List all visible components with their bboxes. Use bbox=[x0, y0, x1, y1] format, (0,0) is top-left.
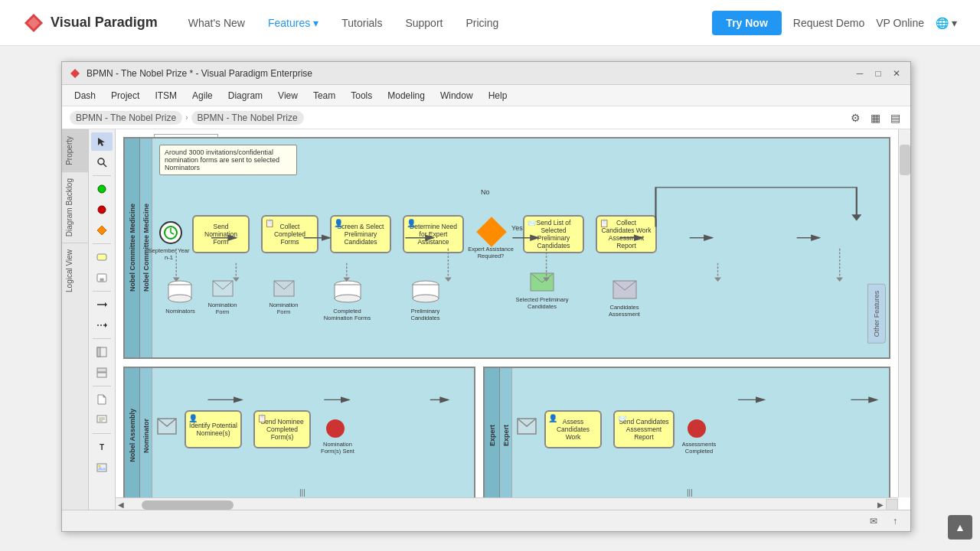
lower-left-start[interactable] bbox=[157, 418, 177, 435]
breadcrumb-icon-1[interactable]: ⚙ bbox=[848, 110, 863, 126]
tool-sequence[interactable] bbox=[91, 295, 113, 314]
sidebar-tab-logical[interactable]: Logical View bbox=[62, 243, 88, 298]
scroll-thumb-v[interactable] bbox=[900, 145, 910, 175]
svg-rect-21 bbox=[97, 373, 106, 377]
tool-cursor[interactable] bbox=[91, 132, 113, 151]
pool-lower-left-label: Nobel Assembly bbox=[125, 368, 140, 497]
nav-pricing[interactable]: Pricing bbox=[466, 17, 498, 29]
tool-gateway[interactable] bbox=[91, 221, 113, 240]
task-send-list[interactable]: 📨 Send List of Selected Preliminary Cand… bbox=[523, 215, 584, 253]
menu-help[interactable]: Help bbox=[482, 88, 514, 103]
scroll-to-top-button[interactable]: ▲ bbox=[948, 515, 972, 540]
task-collect-work[interactable]: 📋 Collect Candidates Work Assessment Rep… bbox=[596, 215, 657, 253]
other-features-panel[interactable]: Other Features bbox=[867, 283, 886, 344]
menu-agile[interactable]: Agile bbox=[186, 88, 219, 103]
svg-rect-9 bbox=[97, 254, 106, 260]
menu-modeling[interactable]: Modeling bbox=[381, 88, 431, 103]
sidebar-tab-backlog[interactable]: Diagram Backlog bbox=[62, 171, 88, 243]
sidebar-tab-property[interactable]: Property bbox=[62, 129, 88, 171]
end-event-lower-right[interactable] bbox=[688, 419, 706, 438]
pool-upper: Nobel Committee Medicine Nobel Committee… bbox=[123, 137, 890, 359]
task-collect-forms[interactable]: 📋 Collect Completed Forms bbox=[261, 215, 318, 253]
pool-lower-right-lane: Expert bbox=[500, 368, 512, 497]
task-screen-select[interactable]: 👤 Screen & Select Preliminary Candidates bbox=[330, 215, 391, 253]
try-now-button[interactable]: Try Now bbox=[712, 11, 781, 35]
breadcrumb-item-2[interactable]: BPMN - The Nobel Prize bbox=[191, 111, 304, 125]
left-sidebar: Property Diagram Backlog Logical View bbox=[62, 129, 89, 511]
menu-project[interactable]: Project bbox=[105, 88, 145, 103]
task-send-nomination[interactable]: Send Nomination Form bbox=[192, 215, 250, 253]
breadcrumb-icon-3[interactable]: ▤ bbox=[887, 110, 903, 126]
nav-request-demo[interactable]: Request Demo bbox=[793, 17, 864, 29]
tool-subprocess[interactable] bbox=[91, 269, 113, 287]
task-send-nominee[interactable]: 📋 Send Nominee Completed Form(s) bbox=[253, 410, 311, 448]
data-selected-prelim: Selected Preliminary Candidates bbox=[515, 272, 569, 310]
minimize-button[interactable]: ─ bbox=[854, 67, 866, 80]
logo-text: Visual Paradigm bbox=[51, 15, 158, 31]
pool-lower-left: Nobel Assembly Nominator bbox=[123, 367, 475, 497]
gateway-icon bbox=[96, 225, 107, 236]
tool-message-flow[interactable] bbox=[91, 316, 113, 334]
breadcrumb-icon-2[interactable]: ▦ bbox=[867, 110, 883, 126]
end-event-lower-left[interactable] bbox=[326, 419, 345, 438]
menu-diagram[interactable]: Diagram bbox=[222, 88, 269, 103]
gateway-expert[interactable] bbox=[476, 217, 507, 247]
language-selector[interactable]: 🌐 ▾ bbox=[936, 17, 957, 29]
nav-right: Try Now Request Demo VP Online 🌐 ▾ bbox=[712, 11, 957, 35]
nav-whats-new[interactable]: What's New bbox=[188, 17, 245, 29]
menu-view[interactable]: View bbox=[272, 88, 304, 103]
task-icon bbox=[96, 252, 107, 262]
pool-marker-left: ||| bbox=[299, 488, 305, 497]
completed-forms-label: Completed Nomination Forms bbox=[322, 308, 372, 321]
scroll-thumb-h[interactable] bbox=[142, 500, 234, 510]
nomination-form-1-label: Nomination Form bbox=[205, 302, 240, 315]
data-object-icon bbox=[96, 394, 107, 405]
subprocess-icon bbox=[96, 272, 107, 283]
menu-window[interactable]: Window bbox=[434, 88, 479, 103]
tool-end-event[interactable] bbox=[91, 201, 113, 219]
nav-tutorials[interactable]: Tutorials bbox=[341, 17, 382, 29]
menu-tools[interactable]: Tools bbox=[345, 88, 378, 103]
start-event[interactable] bbox=[159, 221, 182, 244]
lower-right-start[interactable] bbox=[517, 418, 537, 435]
tool-annotation[interactable] bbox=[91, 411, 113, 429]
nav-vp-online[interactable]: VP Online bbox=[876, 17, 924, 29]
annotation-icon bbox=[96, 415, 107, 425]
svg-line-5 bbox=[103, 164, 106, 167]
tool-lane[interactable] bbox=[91, 364, 113, 382]
annotation-box: Around 3000 invitations/confidential nom… bbox=[159, 145, 297, 175]
swim-lane-container: Nobel Committee Medicine Nobel Committee… bbox=[123, 137, 890, 490]
menu-dash[interactable]: Dash bbox=[68, 88, 102, 103]
tool-zoom[interactable] bbox=[91, 153, 113, 171]
close-button[interactable]: ✕ bbox=[890, 67, 903, 80]
maximize-button[interactable]: □ bbox=[872, 67, 884, 80]
tool-text[interactable]: T bbox=[91, 438, 113, 456]
menu-itsm[interactable]: ITSM bbox=[149, 88, 183, 103]
tool-image[interactable] bbox=[91, 458, 113, 477]
task-send-assessment[interactable]: 📨 Send Candidates Assessment Report bbox=[613, 410, 675, 448]
status-email-icon[interactable]: ✉ bbox=[866, 514, 881, 529]
scroll-left-arrow[interactable]: ◀ bbox=[116, 500, 126, 509]
nav-features[interactable]: Features ▾ bbox=[268, 17, 318, 29]
main-content: Property Diagram Backlog Logical View bbox=[62, 129, 910, 511]
data-preliminary: Preliminary Candidates bbox=[400, 280, 450, 321]
task-identify-nominees[interactable]: 👤 Identify Potential Nominee(s) bbox=[185, 410, 242, 448]
tool-pool[interactable] bbox=[91, 343, 113, 361]
tool-start-event[interactable] bbox=[91, 180, 113, 198]
vertical-scrollbar[interactable] bbox=[898, 129, 910, 497]
nav-support[interactable]: Support bbox=[405, 17, 443, 29]
envelope-icon-2 bbox=[273, 280, 295, 297]
menu-team[interactable]: Team bbox=[307, 88, 341, 103]
status-bar: ✉ ↑ bbox=[62, 510, 910, 531]
scroll-right-arrow[interactable]: ▶ bbox=[875, 500, 886, 509]
pool-lower-right-label: Expert bbox=[485, 368, 500, 497]
candidates-assessment-label: Candidates Assessment bbox=[599, 304, 649, 318]
task-determine-need[interactable]: 👤 Determine Need for Expert Assistance bbox=[403, 215, 464, 253]
task-assess-candidates[interactable]: 👤 Assess Candidates Work bbox=[544, 410, 602, 448]
tool-task[interactable] bbox=[91, 248, 113, 266]
logo[interactable]: Visual Paradigm bbox=[23, 12, 158, 34]
status-arrow-icon[interactable]: ↑ bbox=[887, 514, 903, 529]
breadcrumb-item-1[interactable]: BPMN - The Nobel Prize bbox=[70, 111, 182, 125]
tool-data-object[interactable] bbox=[91, 390, 113, 409]
start-event-icon bbox=[96, 184, 107, 194]
